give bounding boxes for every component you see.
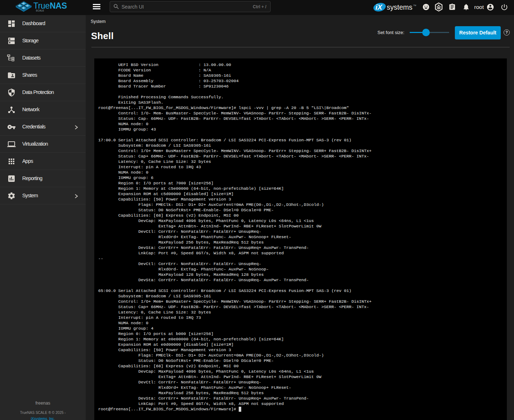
svg-text:TM: TM (413, 4, 416, 6)
svg-text:iX: iX (376, 3, 383, 11)
svg-text:systems: systems (387, 3, 413, 11)
